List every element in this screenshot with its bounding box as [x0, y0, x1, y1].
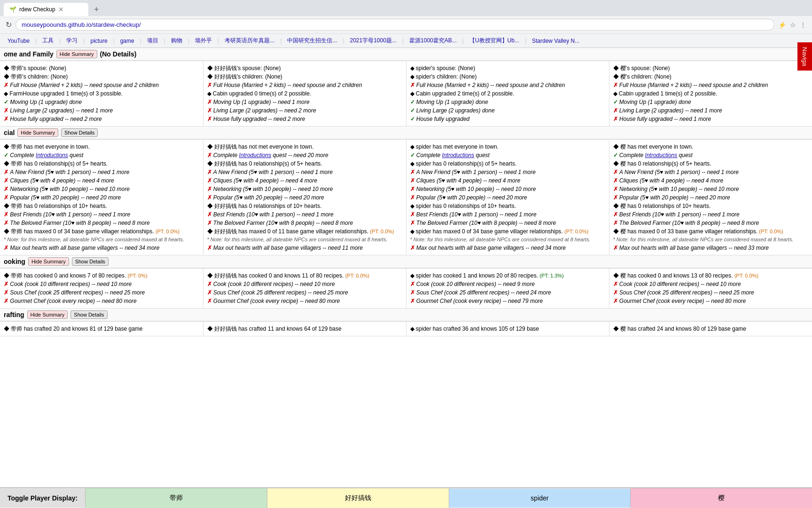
- spider-crafted-info: ◆ spider has crafted 36 and knows 105 of…: [410, 325, 605, 333]
- bookmark-picture[interactable]: picture: [89, 37, 109, 45]
- sakura-met: ◆ 樱 has met everyone in town.: [613, 143, 809, 151]
- player-col-money-social: ◆ 好好搞钱 has not met everyone in town. ✗ C…: [203, 140, 406, 255]
- daishi-best-friends: ✗ Best Friends (10♥ with 1 person) -- ne…: [4, 210, 199, 219]
- daishi-gourmet: ✗ Gourmet Chef (cook every recipe) -- ne…: [4, 297, 199, 305]
- bookmark-game[interactable]: game: [118, 37, 136, 45]
- bookmark-learning[interactable]: 学习: [64, 36, 79, 46]
- money-cook: ✗ Cook (cook 10 different recipes) -- ne…: [207, 280, 402, 288]
- spider-popular: ✗ Popular (5♥ with 20 people) -- need 20…: [410, 193, 605, 202]
- navigate-button[interactable]: Naviga: [797, 42, 812, 71]
- sakura-farmhouse: ◆ Cabin upgraded 1 time(s) of 2 possible…: [613, 89, 809, 98]
- spider-living-large: ✓ Living Large (2 upgrades) done: [410, 106, 605, 115]
- sakura-cooked-info: ◆ 樱 has cooked 0 and knows 13 of 80 reci…: [613, 271, 809, 280]
- bookmark-ub[interactable]: 【U教授官网】Ub...: [468, 36, 521, 46]
- daishi-sous-chef: ✗ Sous Chef (cook 25 different recipes) …: [4, 288, 199, 297]
- refresh-button[interactable]: ↻: [6, 20, 12, 29]
- daishi-living-large: ✗ Living Large (2 upgrades) -- need 1 mo…: [4, 106, 199, 115]
- player-col-sakura-crafting: ◆ 樱 has crafted 24 and knows 80 of 129 b…: [609, 321, 812, 336]
- money-crafted-info: ◆ 好好搞钱 has crafted 11 and knows 64 of 12…: [207, 325, 402, 333]
- home-family-no-details: (No Details): [100, 50, 137, 58]
- bookmark-shopping[interactable]: 购物: [169, 36, 184, 46]
- daishi-popular: ✗ Popular (5♥ with 20 people) -- need 20…: [4, 193, 199, 202]
- bookmark-stardew[interactable]: Stardew Valley N...: [530, 37, 581, 45]
- sakura-cliques: ✗ Cliques (5♥ with 4 people) -- need 4 m…: [613, 176, 809, 185]
- spider-rel5: ◆ spider has 0 relationship(s) of 5+ hea…: [410, 159, 605, 168]
- player-col-daishi-cooking: ◆ 带师 has cooked 0 and knows 7 of 80 reci…: [0, 268, 203, 308]
- tab-close-button[interactable]: ✕: [58, 6, 64, 13]
- player-col-money-home: ◆ 好好搞钱's spouse: (None) ◆ 好好搞钱's childre…: [203, 61, 406, 127]
- sakura-rel10: ◆ 樱 has 0 relationships of 10+ hearts.: [613, 202, 809, 210]
- extensions-icon[interactable]: ⚡: [778, 21, 786, 29]
- spider-maxed: ◆ spider has maxed 0 of 34 base game vil…: [410, 227, 605, 236]
- home-family-hide-summary-button[interactable]: Hide Summary: [56, 50, 97, 58]
- sakura-beloved: ✗ The Beloved Farmer (10♥ with 8 people)…: [613, 219, 809, 227]
- bookmark-exam[interactable]: 考研英语历年真题...: [223, 36, 276, 46]
- tab-title: rdew Checkup: [19, 6, 55, 13]
- spider-gourmet: ✗ Gourmet Chef (cook every recipe) -- ne…: [410, 297, 605, 305]
- spider-met: ◆ spider has met everyone in town.: [410, 143, 605, 151]
- player-col-daishi-crafting: ◆ 带师 has crafted 20 and knows 81 of 129 …: [0, 321, 203, 336]
- daishi-new-friend: ✗ A New Friend (5♥ with 1 person) -- nee…: [4, 168, 199, 176]
- active-tab[interactable]: 🌱 rdew Checkup ✕: [4, 3, 88, 16]
- daishi-house-full: ✗ House fully upgraded -- need 2 more: [4, 115, 199, 123]
- spider-farmhouse: ◆ Cabin upgraded 2 time(s) of 2 possible…: [410, 89, 605, 98]
- social-show-details-button[interactable]: Show Details: [61, 128, 98, 137]
- bookmark-vocab[interactable]: 2021字母1000题...: [348, 36, 398, 46]
- crafting-show-details-button[interactable]: Show Details: [70, 310, 107, 319]
- bookmark-youtube[interactable]: YouTube: [6, 37, 31, 45]
- new-tab-button[interactable]: +: [90, 5, 103, 15]
- page-content: ome and Family Hide Summary (No Details)…: [0, 48, 812, 336]
- daishi-moving-up: ✓ Moving Up (1 upgrade) done: [4, 98, 199, 106]
- money-rel5: ◆ 好好搞钱 has 0 relationship(s) of 5+ heart…: [207, 159, 402, 168]
- social-hide-summary-button[interactable]: Hide Summary: [17, 128, 58, 137]
- spider-new-friend: ✗ A New Friend (5♥ with 1 person) -- nee…: [410, 168, 605, 176]
- social-section-header: cial Hide Summary Show Details: [0, 127, 812, 139]
- sakura-networking: ✗ Networking (5♥ with 10 people) -- need…: [613, 185, 809, 193]
- player-col-spider-home: ◆ spider's spouse: (None) ◆ spider's chi…: [406, 61, 609, 127]
- sakura-spouse: ◆ 樱's spouse: (None): [613, 64, 809, 72]
- money-rel10: ◆ 好好搞钱 has 0 relationships of 10+ hearts…: [207, 202, 402, 210]
- crafting-hide-summary-button[interactable]: Hide Summary: [27, 310, 68, 319]
- money-farmhouse: ◆ Cabin upgraded 0 time(s) of 2 possible…: [207, 89, 402, 98]
- url-input[interactable]: [16, 19, 774, 31]
- sakura-living-large: ✗ Living Large (2 upgrades) -- need 1 mo…: [613, 106, 809, 115]
- spider-cliques: ✗ Cliques (5♥ with 4 people) -- need 4 m…: [410, 176, 605, 185]
- browser-chrome: 🌱 rdew Checkup ✕ + ↻ ⚡ ☆ ⋮ YouTube | 工具 …: [0, 0, 812, 48]
- player-col-daishi-social: ◆ 带师 has met everyone in town. ✓ Complet…: [0, 140, 203, 255]
- menu-icon[interactable]: ⋮: [800, 21, 806, 29]
- spider-max-out: ✗ Max out hearts with all base game vill…: [410, 244, 605, 252]
- sakura-popular: ✗ Popular (5♥ with 20 people) -- need 20…: [613, 193, 809, 202]
- money-max-out: ✗ Max out hearts with all base game vill…: [207, 244, 402, 252]
- cooking-show-details-button[interactable]: Show Details: [72, 257, 109, 266]
- player-col-spider-social: ◆ spider has met everyone in town. ✓ Com…: [406, 140, 609, 255]
- spider-moving-up: ✓ Moving Up (1 upgrade) done: [410, 98, 605, 106]
- bookmark-icon[interactable]: ☆: [790, 21, 796, 29]
- bookmark-grad[interactable]: 中国研究生招生信...: [285, 36, 339, 46]
- sakura-gourmet: ✗ Gourmet Chef (cook every recipe) -- ne…: [613, 297, 809, 305]
- daishi-intros: ✓ Complete Introductions quest: [4, 151, 199, 159]
- sakura-new-friend: ✗ A New Friend (5♥ with 1 person) -- nee…: [613, 168, 809, 176]
- bookmark-wall[interactable]: 墙外乎: [193, 36, 214, 46]
- bookmark-ab[interactable]: 藿源1000藿究AB...: [407, 36, 459, 46]
- bookmark-tools[interactable]: 工具: [40, 36, 55, 46]
- cooking-hide-summary-button[interactable]: Hide Summary: [28, 257, 69, 266]
- spider-children: ◆ spider's children: (None): [410, 72, 605, 81]
- money-intros: ✗ Complete Introductions quest -- need 2…: [207, 151, 402, 159]
- money-best-friends: ✗ Best Friends (10♥ with 1 person) -- ne…: [207, 210, 402, 219]
- home-family-grid: ◆ 带师's spouse: (None) ◆ 带师's children: (…: [0, 61, 812, 127]
- spider-cook: ✗ Cook (cook 10 different recipes) -- ne…: [410, 280, 605, 288]
- spider-rel10: ◆ spider has 0 relationships of 10+ hear…: [410, 202, 605, 210]
- money-house-full: ✗ House fully upgraded -- need 2 more: [207, 115, 402, 123]
- money-children: ◆ 好好搞钱's children: (None): [207, 72, 402, 81]
- money-moving-up: ✗ Moving Up (1 upgrade) -- need 1 more: [207, 98, 402, 106]
- daishi-spouse: ◆ 带师's spouse: (None): [4, 64, 199, 72]
- crafting-section-header: rafting Hide Summary Show Details: [0, 309, 812, 321]
- sakura-crafted-info: ◆ 樱 has crafted 24 and knows 80 of 129 b…: [613, 325, 809, 333]
- money-popular: ✗ Popular (5♥ with 20 people) -- need 20…: [207, 193, 402, 202]
- player-col-spider-crafting: ◆ spider has crafted 36 and knows 105 of…: [406, 321, 609, 336]
- bookmark-projects[interactable]: 项目: [145, 36, 160, 46]
- daishi-cooked-info: ◆ 带师 has cooked 0 and knows 7 of 80 reci…: [4, 271, 199, 280]
- spider-intros: ✓ Complete Introductions quest: [410, 151, 605, 159]
- sakura-house-full: ✗ House fully upgraded -- need 1 more: [613, 115, 809, 123]
- spider-best-friends: ✗ Best Friends (10♥ with 1 person) -- ne…: [410, 210, 605, 219]
